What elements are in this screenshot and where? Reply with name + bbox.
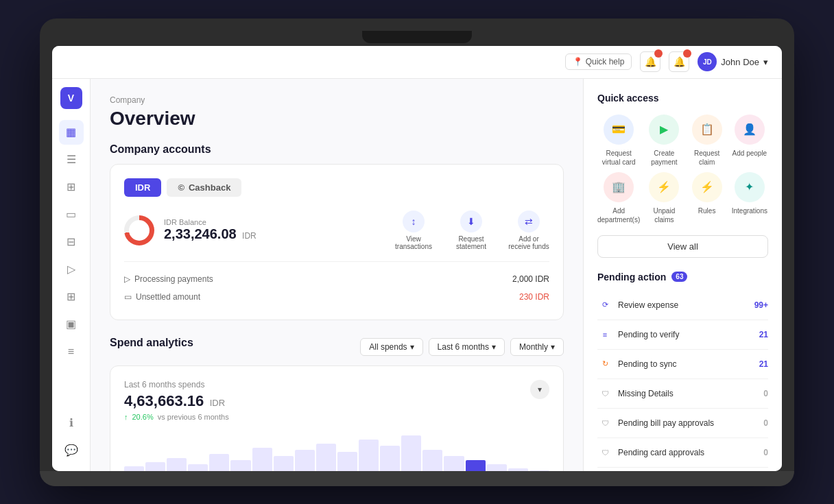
qa-create-payment[interactable]: ▶ Create payment — [645, 115, 682, 167]
filter-monthly[interactable]: Monthly ▾ — [510, 338, 564, 356]
help-icon: 📍 — [573, 57, 583, 67]
view-all-button[interactable]: View all — [597, 235, 768, 258]
account-tabs: IDR © Cashback — [124, 178, 549, 197]
sidebar-item-help[interactable]: ℹ — [59, 411, 84, 435]
review-expense-label: Review expense — [618, 300, 678, 310]
tab-cashback[interactable]: © Cashback — [167, 178, 241, 197]
card-approvals-count: 0 — [763, 448, 768, 457]
pending-verify-count: 21 — [759, 330, 768, 339]
quick-access-title: Quick access — [597, 93, 768, 104]
avatar-initials: JD — [703, 58, 712, 66]
pending-item-sync[interactable]: ↻ Pending to sync 21 — [597, 350, 768, 379]
analytics-currency: IDR — [210, 398, 225, 408]
qa-integrations[interactable]: ✦ Integrations — [731, 172, 768, 224]
show-more-button[interactable]: ▾ — [530, 380, 549, 399]
processing-icon: ▷ — [124, 274, 130, 284]
add-receive-icon: ⇄ — [518, 211, 540, 232]
qa-request-virtual-card[interactable]: 💳 Request virtual card — [597, 115, 640, 167]
pending-item-missing[interactable]: 🛡 Missing Details 0 — [597, 379, 768, 409]
chart-bar — [167, 458, 187, 470]
sidebar: V ▦ ☰ ⊞ ▭ ⊟ ▷ — [52, 79, 91, 471]
qa-rules[interactable]: ⚡ Rules — [689, 172, 726, 224]
qa-add-department[interactable]: 🏢 Add department(s) — [597, 172, 640, 224]
chart-bar — [359, 440, 379, 471]
request-statement-button[interactable]: ⬇ Request statement — [451, 211, 492, 250]
filter-all-spends-label: All spends — [369, 342, 407, 352]
pending-item-card-approvals[interactable]: 🛡 Pending card approvals 0 — [597, 438, 768, 468]
sidebar-item-chat[interactable]: 💬 — [59, 438, 84, 463]
balance-currency: IDR — [242, 231, 257, 241]
qa-add-people[interactable]: 👤 Add people — [731, 115, 768, 167]
logo-text: V — [68, 93, 74, 104]
processing-payments-row: ▷ Processing payments 2,000 IDR — [124, 270, 549, 288]
view-transactions-label: View transactions — [393, 235, 434, 250]
pending-verify-label: Pending to verify — [618, 330, 679, 339]
add-receive-funds-button[interactable]: ⇄ Add or receive funds — [508, 211, 549, 250]
quick-help-button[interactable]: 📍 Quick help — [565, 53, 632, 70]
analytics-amount: 4,63,663.16 — [124, 392, 204, 409]
tab-idr[interactable]: IDR — [124, 178, 161, 197]
sidebar-item-send[interactable]: ▷ — [59, 257, 84, 282]
sidebar-item-grid[interactable]: ⊟ — [59, 230, 84, 254]
qa-unpaid-claims[interactable]: ⚡ Unpaid claims — [645, 172, 682, 224]
app-logo[interactable]: V — [60, 87, 82, 109]
unpaid-claims-icon: ⚡ — [649, 172, 679, 202]
user-name: John Doe — [721, 57, 759, 67]
filter-last-6-months[interactable]: Last 6 months ▾ — [429, 338, 505, 356]
chart-bar — [508, 468, 528, 470]
chart-bar — [145, 462, 165, 470]
chevron-down-icon: ▾ — [492, 342, 496, 352]
documents-icon: ☰ — [67, 153, 76, 166]
unsettled-value: 230 IDR — [519, 292, 549, 302]
right-panel: Quick access 💳 Request virtual card ▶ Cr… — [583, 79, 782, 471]
missing-details-label: Missing Details — [618, 389, 674, 398]
analytics-left: Last 6 months spends 4,63,663.16 IDR ↑ 2… — [124, 380, 229, 421]
review-expense-icon: ⟳ — [597, 298, 612, 313]
sidebar-item-reports[interactable]: ⊞ — [59, 285, 84, 309]
main-content: Company Overview Company accounts IDR © … — [91, 79, 583, 471]
sidebar-item-team[interactable]: ⊞ — [59, 175, 84, 200]
account-card: IDR © Cashback IDR Balance — [110, 164, 564, 320]
balance-label: IDR Balance — [164, 218, 257, 226]
chart-bar — [466, 460, 486, 470]
send-icon: ▷ — [67, 263, 75, 276]
avatar: JD — [698, 52, 717, 71]
chart-bar — [316, 444, 336, 471]
rules-icon: ⚡ — [692, 172, 722, 202]
add-people-icon: 👤 — [735, 115, 765, 145]
balance-left: IDR Balance 2,33,246.08 IDR — [124, 215, 257, 245]
qa-request-claim[interactable]: 📋 Request claim — [689, 115, 726, 167]
pending-items-list: ⟳ Review expense 99+ ≡ Pending to verify… — [597, 291, 768, 468]
unsettled-label: ▭ Unsettled amount — [124, 292, 200, 302]
pending-verify-icon: ≡ — [597, 327, 612, 342]
user-menu[interactable]: JD John Doe ▾ — [698, 52, 768, 71]
view-transactions-button[interactable]: ↕ View transactions — [393, 211, 434, 250]
analytics-header: Spend analytics All spends ▾ Last 6 mont… — [110, 337, 564, 357]
balance-actions: ↕ View transactions ⬇ Request statement … — [393, 211, 549, 250]
sidebar-item-documents[interactable]: ☰ — [59, 147, 84, 172]
pending-item-review-expense[interactable]: ⟳ Review expense 99+ — [597, 291, 768, 320]
pending-item-verify[interactable]: ≡ Pending to verify 21 — [597, 320, 768, 350]
alerts-button[interactable]: 🔔 — [669, 51, 689, 72]
chart-bar — [209, 454, 229, 471]
bill-pay-label: Pending bill pay approvals — [618, 418, 714, 428]
pending-item-bill-pay[interactable]: 🛡 Pending bill pay approvals 0 — [597, 409, 768, 438]
sidebar-item-dashboard[interactable]: ▦ — [59, 120, 84, 145]
sidebar-item-media[interactable]: ▣ — [59, 312, 84, 337]
pending-item-left: ↻ Pending to sync — [597, 357, 676, 372]
chevron-down-icon: ▾ — [410, 342, 414, 352]
pending-sync-count: 21 — [759, 359, 768, 369]
account-details: ▷ Processing payments 2,000 IDR ▭ Unsett… — [124, 261, 549, 306]
filter-last-6-months-label: Last 6 months — [438, 342, 489, 352]
notifications-button[interactable]: 🔔 — [640, 51, 660, 72]
balance-amount-row: 2,33,246.08 IDR — [164, 226, 257, 242]
processing-value: 2,000 IDR — [512, 274, 549, 284]
analytics-period-label: Last 6 months spends — [124, 380, 229, 389]
filter-all-spends[interactable]: All spends ▾ — [360, 338, 422, 356]
sidebar-item-cards[interactable]: ▭ — [59, 202, 84, 227]
chart-bar — [444, 456, 464, 470]
page-title: Overview — [110, 108, 564, 130]
sidebar-item-book[interactable]: ≡ — [59, 339, 84, 364]
missing-details-icon: 🛡 — [597, 386, 612, 401]
chevron-down-icon: ▾ — [763, 57, 768, 67]
